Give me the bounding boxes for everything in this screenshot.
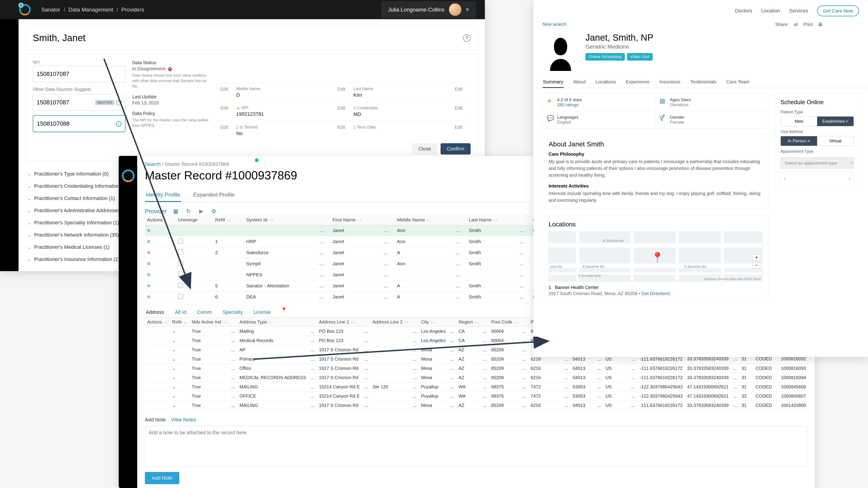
column-header[interactable]	[317, 215, 330, 225]
nav-location[interactable]: Location	[761, 8, 780, 14]
column-header[interactable]: Address Type ‹ ›	[237, 318, 309, 327]
column-header[interactable]: Actions	[145, 215, 176, 225]
expand-icon[interactable]: ⌄	[172, 357, 176, 361]
location-pin-icon[interactable]: 📍	[281, 307, 287, 318]
view-notes-tab[interactable]: View Notes	[171, 417, 196, 423]
expand-icon[interactable]: ⌄	[172, 347, 176, 352]
add-note-button[interactable]: Add Note	[145, 472, 179, 484]
get-care-button[interactable]: Get Care Now	[817, 5, 859, 16]
column-header[interactable]	[520, 318, 528, 327]
column-header[interactable]: Middle Name ‹ ›	[395, 215, 454, 225]
zoom-in-button[interactable]: +	[753, 254, 761, 261]
edit-link[interactable]: Edit	[220, 87, 236, 92]
expand-icon[interactable]: ⌄	[172, 329, 176, 334]
column-header[interactable]: Actions ‹ ›	[145, 318, 170, 327]
patient-type-new[interactable]: New	[781, 117, 817, 126]
grid-icon[interactable]: ▦	[172, 207, 180, 215]
column-header[interactable]	[381, 215, 395, 225]
tab-about[interactable]: About	[573, 76, 586, 88]
zoom-out-button[interactable]: −	[753, 262, 761, 268]
subtab-address[interactable]: Address	[145, 307, 165, 318]
edit-link[interactable]: Edit	[455, 87, 471, 92]
row-menu-icon[interactable]: ≡	[147, 227, 150, 233]
row-menu-icon[interactable]: ≡	[147, 294, 150, 300]
unmerge-checkbox[interactable]	[178, 294, 183, 299]
column-header[interactable]: Region ‹ ›	[456, 318, 480, 327]
expand-icon[interactable]: ⌄	[172, 338, 176, 343]
unmerge-checkbox[interactable]	[178, 250, 183, 255]
column-header[interactable]: Post Code ‹ ›	[489, 318, 520, 327]
new-search-link[interactable]: New search	[542, 22, 566, 27]
column-header[interactable]	[410, 318, 419, 327]
row-menu-icon[interactable]: ≡	[147, 260, 150, 267]
npi-suggestion[interactable]: 1508107087 MASTER ?	[33, 94, 125, 111]
help-icon[interactable]: ?	[463, 34, 471, 42]
gear-icon[interactable]: ⚙	[210, 207, 217, 215]
tab-expanded-profile[interactable]: Expanded Profile	[192, 188, 236, 202]
row-menu-icon[interactable]: ≡	[147, 238, 150, 245]
subtab-license[interactable]: License	[253, 307, 272, 318]
breadcrumb-item[interactable]: Sanator	[41, 6, 60, 13]
patient-type-established[interactable]: Established✔	[817, 117, 854, 126]
expand-icon[interactable]: ⌄	[172, 384, 176, 389]
column-header[interactable]: City ‹ ›	[419, 318, 448, 327]
column-header[interactable]	[308, 318, 317, 327]
tab-insurance[interactable]: Insurance	[659, 76, 681, 88]
edit-link[interactable]: Edit	[338, 87, 353, 92]
edit-link[interactable]: Edit	[455, 105, 471, 111]
nav-doctors[interactable]: Doctors	[735, 8, 752, 14]
visit-method-virtual[interactable]: Virtual	[817, 136, 854, 146]
breadcrumb-item[interactable]: Data Management	[68, 6, 113, 13]
column-header[interactable]: First Name ‹ ›	[330, 215, 381, 225]
tab-experience[interactable]: Experience	[625, 76, 650, 88]
column-header[interactable]: Ref# ‹ ›	[213, 215, 244, 225]
breadcrumb-search-link[interactable]: Search	[145, 161, 161, 167]
expand-icon[interactable]: ⌄	[172, 403, 176, 408]
edit-link[interactable]: Edit	[338, 105, 353, 111]
breadcrumb-item[interactable]: Providers	[121, 6, 144, 13]
unmerge-checkbox[interactable]	[178, 272, 183, 277]
visit-method-inperson[interactable]: In Person✔	[781, 136, 817, 146]
column-header[interactable]: Unmerge	[176, 215, 213, 225]
column-header[interactable]: Address Line 2 ‹ ›	[370, 318, 410, 327]
tab-summary[interactable]: Summary	[542, 76, 564, 88]
column-header[interactable]	[362, 318, 370, 327]
close-button[interactable]: Close	[412, 143, 437, 155]
unmerge-checkbox[interactable]	[178, 238, 183, 243]
column-header[interactable]	[454, 215, 467, 225]
column-header[interactable]	[229, 318, 237, 327]
column-header[interactable]	[448, 318, 456, 327]
share-icon[interactable]: ⇄	[794, 22, 798, 27]
expand-icon[interactable]: ⌄	[172, 394, 176, 398]
npi-suggestion-selected[interactable]: 1508107088 i	[33, 115, 125, 132]
unmerge-checkbox[interactable]	[178, 261, 183, 266]
print-icon[interactable]: 🖶	[818, 22, 823, 27]
row-menu-icon[interactable]: ≡	[147, 271, 150, 278]
column-header[interactable]	[518, 215, 530, 225]
ratings-link[interactable]: 282 ratings	[557, 102, 579, 107]
tab-locations[interactable]: Locations	[595, 76, 616, 88]
help-icon[interactable]: ?	[116, 100, 122, 105]
appointment-type-select[interactable]: Select an appointment type	[780, 158, 854, 168]
refresh-icon[interactable]: ↻	[185, 207, 192, 215]
npi-field[interactable]: 1508107087	[33, 66, 125, 82]
play-icon[interactable]: ▶	[197, 207, 205, 215]
note-textarea[interactable]	[145, 426, 807, 466]
edit-link[interactable]: Edit	[220, 105, 236, 111]
info-icon[interactable]: i	[116, 121, 121, 127]
nav-services[interactable]: Services	[789, 8, 808, 14]
edit-link[interactable]: Edit	[455, 125, 471, 130]
column-header[interactable]	[480, 318, 489, 327]
row-menu-icon[interactable]: ≡	[147, 250, 150, 256]
column-header[interactable]: Last Name ‹ ›	[467, 215, 518, 225]
expand-icon[interactable]: ⌄	[172, 366, 176, 371]
tab-care-team[interactable]: Care Team	[726, 76, 750, 88]
column-header[interactable]: Mdx Active Ind ‹ ›	[189, 318, 229, 327]
expand-icon[interactable]: ⌄	[172, 375, 176, 380]
date-carousel[interactable]: ‹›	[780, 172, 854, 185]
tab-testimonials[interactable]: Testimonials	[690, 76, 717, 88]
tab-identity-profile[interactable]: Identity Profile	[145, 188, 181, 202]
subtab-altid[interactable]: Alt Id	[174, 307, 187, 318]
column-header[interactable]: System Id ‹ ›	[244, 215, 317, 225]
edit-link[interactable]: Edit	[220, 125, 236, 130]
